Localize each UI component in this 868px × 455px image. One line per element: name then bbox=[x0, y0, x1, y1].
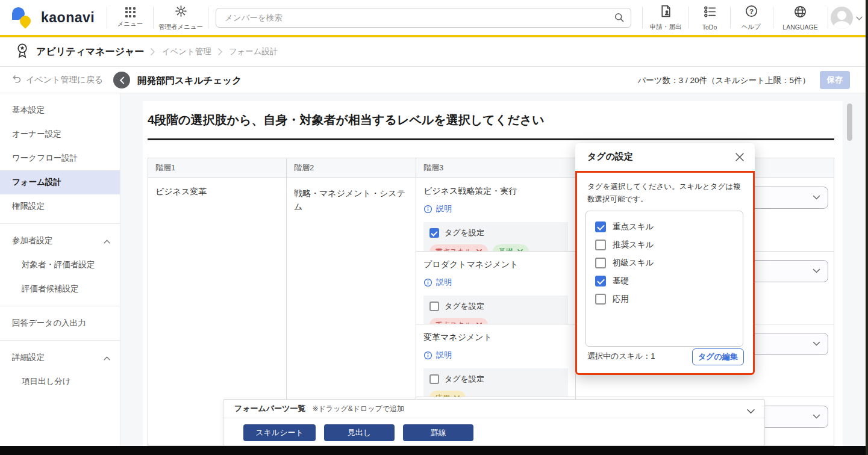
applications-button[interactable]: 申請・届出 bbox=[645, 0, 687, 35]
set-tag-label: タグを設定 bbox=[445, 301, 484, 312]
edit-tags-button[interactable]: タグの編集 bbox=[692, 348, 744, 365]
tag-option[interactable]: 初級スキル bbox=[595, 254, 734, 272]
sidebar-item-answer-data[interactable]: 回答データの入出力 bbox=[0, 311, 120, 335]
tag-option-checkbox[interactable] bbox=[595, 221, 606, 232]
sidebar-group-participants[interactable]: 参加者設定 bbox=[0, 229, 120, 253]
breadcrumb-item-form[interactable]: フォーム設計 bbox=[229, 46, 278, 57]
parts-panel-title: フォームパーツ一覧 bbox=[234, 403, 306, 414]
set-tag-checkbox[interactable] bbox=[429, 302, 439, 311]
tag-label: 基礎 bbox=[499, 247, 513, 252]
tag-label: 重点スキル bbox=[436, 247, 472, 252]
tag-option-checkbox[interactable] bbox=[595, 276, 606, 286]
sidebar-item-owner[interactable]: オーナー設定 bbox=[0, 122, 120, 146]
admin-menu-label: 管理者メニュー bbox=[158, 23, 203, 31]
tag-option-checkbox[interactable] bbox=[595, 258, 606, 268]
sidebar-item-permission[interactable]: 権限設定 bbox=[0, 194, 120, 218]
sidebar-item-evaluator-candidate[interactable]: 評価者候補設定 bbox=[0, 277, 120, 301]
todo-label: ToDo bbox=[702, 23, 717, 31]
question-title: 4段階の選択肢から、自身・対象者が相当するレベルを選択してください bbox=[148, 112, 545, 128]
parts-panel-header[interactable]: フォームパーツ一覧 ※ドラッグ&ドロップで追加 bbox=[223, 400, 764, 418]
tag-config-box: タグを設定 重点スキル bbox=[423, 296, 568, 325]
sidebar-item-item-display[interactable]: 項目出し分け bbox=[0, 370, 120, 394]
part-heading[interactable]: 見出し bbox=[324, 424, 395, 441]
description-label: 説明 bbox=[436, 350, 452, 361]
description-label: 説明 bbox=[436, 203, 452, 214]
tag-label: 重点スキル bbox=[436, 320, 472, 325]
parts-panel-body: スキルシート 見出し 罫線 bbox=[223, 418, 764, 441]
tag-option-label: 推奨スキル bbox=[613, 240, 654, 250]
tag-row: 重点スキル 基礎 bbox=[429, 244, 562, 252]
logo-text: kaonavi bbox=[41, 10, 95, 26]
set-tag-row[interactable]: タグを設定 bbox=[429, 228, 562, 238]
tag-option[interactable]: 推奨スキル bbox=[595, 236, 734, 254]
set-tag-checkbox[interactable] bbox=[429, 374, 439, 384]
header-divider bbox=[208, 7, 208, 28]
kaonavi-logo-icon bbox=[12, 5, 35, 29]
todo-button[interactable]: ToDo bbox=[690, 0, 729, 35]
tag-option[interactable]: 重点スキル bbox=[595, 218, 734, 236]
sidebar-group-advanced[interactable]: 詳細設定 bbox=[0, 345, 120, 370]
set-tag-row[interactable]: タグを設定 bbox=[429, 301, 562, 312]
column-header-level3: 階層3 bbox=[416, 158, 576, 178]
part-rule-line[interactable]: 罫線 bbox=[403, 424, 473, 441]
header-divider bbox=[153, 7, 154, 28]
info-icon bbox=[423, 351, 432, 360]
tag-option-label: 応用 bbox=[613, 294, 629, 305]
admin-menu-button[interactable]: 管理者メニュー bbox=[155, 0, 206, 35]
settings-sidebar: 基本設定 オーナー設定 ワークフロー設計 フォーム設計 権限設定 参加者設定 対… bbox=[0, 93, 120, 446]
menu-button[interactable]: メニュー bbox=[110, 0, 150, 35]
tag-pill[interactable]: 基礎 bbox=[493, 244, 529, 252]
vertical-scrollbar[interactable] bbox=[847, 104, 852, 141]
skill-section: ビジネス戦略策定・実行 説明 タグを設定 重点スキル bbox=[416, 178, 575, 252]
applications-label: 申請・届出 bbox=[650, 23, 682, 31]
search-input[interactable] bbox=[216, 8, 631, 28]
set-tag-row[interactable]: タグを設定 bbox=[429, 374, 562, 385]
app-window: kaonavi メニュー 管理者メニュー 申請・届出 bbox=[0, 0, 868, 455]
tag-pill[interactable]: 重点スキル bbox=[429, 318, 488, 325]
set-tag-checkbox[interactable] bbox=[429, 228, 439, 238]
tag-option-label: 重点スキル bbox=[613, 221, 654, 232]
description-link[interactable]: 説明 bbox=[423, 277, 452, 288]
description-link[interactable]: 説明 bbox=[423, 350, 452, 361]
sidebar-item-form-design[interactable]: フォーム設計 bbox=[0, 170, 120, 194]
tag-option-checkbox[interactable] bbox=[595, 294, 606, 305]
save-button[interactable]: 保存 bbox=[820, 71, 850, 89]
help-button[interactable]: ? ヘルプ bbox=[731, 0, 771, 35]
tag-pill[interactable]: 重点スキル bbox=[429, 244, 488, 252]
svg-text:?: ? bbox=[749, 7, 753, 14]
title-underline bbox=[148, 138, 834, 140]
skill-name: ビジネス戦略策定・実行 bbox=[423, 186, 568, 197]
modal-description: タグを選択してください。スキルとタグは複数選択可能です。 bbox=[587, 181, 743, 206]
header-divider bbox=[688, 7, 689, 28]
chevron-up-icon bbox=[104, 353, 110, 362]
help-label: ヘルプ bbox=[742, 23, 761, 31]
skill-section: 変革マネジメント 説明 タグを設定 応用 bbox=[416, 324, 575, 397]
chevron-down-icon[interactable] bbox=[747, 406, 755, 416]
tag-option[interactable]: 応用 bbox=[595, 290, 734, 308]
selected-count-label: 選択中のスキル：1 bbox=[587, 351, 655, 362]
column-header-level1: 階層1 bbox=[148, 158, 287, 178]
sidebar-item-target-evaluator[interactable]: 対象者・評価者設定 bbox=[0, 253, 120, 277]
breadcrumb-root[interactable]: アビリティマネージャー bbox=[36, 46, 144, 58]
modal-title: タグの設定 bbox=[587, 151, 633, 162]
tag-option[interactable]: 基礎 bbox=[595, 272, 734, 290]
back-to-events-link[interactable]: イベント管理に戻る bbox=[12, 74, 103, 85]
collapse-title-button[interactable] bbox=[113, 72, 130, 88]
tag-option-checkbox[interactable] bbox=[595, 240, 606, 250]
account-menu[interactable] bbox=[828, 0, 865, 35]
sidebar-item-workflow[interactable]: ワークフロー設計 bbox=[0, 146, 120, 170]
chevron-down-icon bbox=[856, 12, 863, 23]
breadcrumb-item-event[interactable]: イベント管理 bbox=[161, 46, 211, 57]
close-icon[interactable] bbox=[734, 151, 746, 163]
tag-label: 応用 bbox=[436, 393, 450, 398]
language-button[interactable]: LANGUAGE bbox=[773, 0, 827, 35]
skill-name: 変革マネジメント bbox=[423, 332, 568, 343]
part-skill-sheet[interactable]: スキルシート bbox=[243, 424, 316, 441]
kaonavi-logo[interactable]: kaonavi bbox=[12, 5, 95, 29]
tag-pill[interactable]: 応用 bbox=[429, 391, 466, 398]
chevron-right-icon bbox=[150, 48, 155, 56]
description-link[interactable]: 説明 bbox=[423, 203, 452, 214]
sidebar-item-basic[interactable]: 基本設定 bbox=[0, 98, 120, 122]
brand-accent-bar bbox=[0, 35, 866, 37]
search-icon[interactable] bbox=[613, 11, 625, 26]
